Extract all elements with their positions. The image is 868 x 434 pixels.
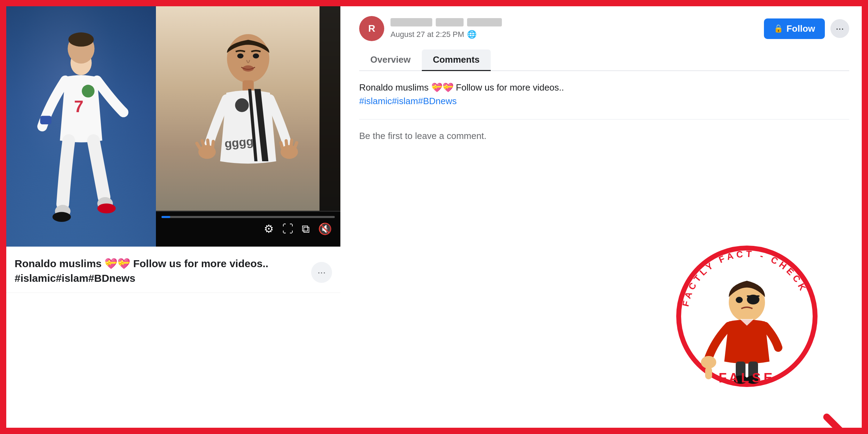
post-time: August 27 at 2:25 PM 🌐: [390, 30, 758, 39]
more-actions-button[interactable]: ···: [830, 19, 849, 38]
comment-placeholder: Be the first to leave a comment.: [359, 131, 849, 141]
poster-name-row: [390, 18, 758, 26]
video-content: gggg: [156, 6, 340, 211]
video-progress-bar[interactable]: [161, 216, 335, 218]
post-content: Ronaldo muslims 💝💝 Follow us for more vi…: [359, 81, 849, 119]
svg-point-4: [82, 85, 95, 98]
avatar: R: [359, 16, 384, 41]
svg-line-21: [208, 140, 208, 146]
caption-area: Ronaldo muslims 💝💝 Follow us for more vi…: [6, 247, 340, 293]
svg-text:7: 7: [74, 97, 84, 116]
svg-point-12: [253, 54, 259, 59]
header-actions: 🔒 Follow ···: [764, 18, 849, 39]
caption-more-button[interactable]: ···: [311, 262, 332, 283]
volume-icon[interactable]: 🔇: [318, 222, 332, 235]
follow-icon: 🔒: [774, 24, 783, 33]
factly-circle-container: FACTLY FACT - CHECK: [674, 243, 820, 389]
video-overlay[interactable]: gggg: [156, 6, 340, 247]
caption-text: Ronaldo muslims 💝💝 Follow us for more vi…: [15, 256, 332, 286]
svg-line-24: [286, 141, 287, 146]
factly-circle-svg: FACTLY FACT - CHECK: [674, 243, 820, 389]
svg-line-23: [281, 143, 282, 148]
svg-text:gggg: gggg: [224, 134, 254, 150]
follow-button[interactable]: 🔒 Follow: [764, 18, 825, 39]
svg-rect-5: [40, 116, 51, 124]
factly-watermark-wrap: FACTLY FACT - CHECK: [674, 243, 855, 424]
fullscreen-icon[interactable]: ⛶: [282, 223, 293, 235]
svg-line-20: [202, 141, 204, 146]
svg-line-19: [197, 143, 200, 148]
svg-point-11: [237, 54, 244, 59]
video-progress-fill: [161, 216, 170, 218]
svg-point-13: [243, 65, 254, 72]
svg-point-33: [701, 356, 716, 369]
name-bar-3: [467, 18, 502, 26]
svg-line-26: [295, 143, 297, 148]
tabs-row: Overview Comments: [359, 49, 849, 71]
privacy-icon: 🌐: [467, 30, 476, 39]
post-header: R August 27 at 2:25 PM 🌐 🔒 Follow ···: [359, 16, 849, 41]
post-text-line1: Ronaldo muslims 💝💝 Follow us for more vi…: [359, 81, 849, 94]
left-panel: 7: [6, 6, 340, 428]
caption-hashtags: #islamic#islam#BDnews: [15, 272, 135, 284]
tab-overview[interactable]: Overview: [359, 49, 422, 71]
pip-icon[interactable]: ⧉: [302, 223, 310, 235]
video-controls-bar[interactable]: ⚙ ⛶ ⧉ 🔇: [156, 212, 340, 247]
right-panel: R August 27 at 2:25 PM 🌐 🔒 Follow ··· Ov…: [347, 6, 862, 428]
svg-line-22: [213, 141, 213, 147]
svg-line-25: [291, 140, 292, 146]
name-bar-2: [436, 18, 464, 26]
name-bar-1: [390, 18, 432, 26]
ronaldo-portugal-svg: 7: [6, 6, 156, 247]
post-timestamp: August 27 at 2:25 PM: [390, 30, 464, 39]
settings-icon[interactable]: ⚙: [264, 222, 274, 235]
svg-point-8: [53, 212, 71, 222]
image-area: 7: [6, 6, 340, 247]
svg-point-2: [68, 32, 94, 47]
svg-rect-34: [705, 367, 712, 379]
post-meta: August 27 at 2:25 PM 🌐: [390, 18, 758, 39]
magnifier-handle: [822, 412, 862, 428]
svg-point-32: [736, 297, 743, 303]
svg-point-9: [97, 203, 116, 213]
follow-label: Follow: [787, 23, 815, 34]
video-controls-icons: ⚙ ⛶ ⧉ 🔇: [161, 221, 335, 237]
caption-line1: Ronaldo muslims 💝💝 Follow us for more vi…: [15, 258, 268, 269]
ronaldo-portugal-image: 7: [6, 6, 156, 247]
post-hashtags: #islamic#islam#BDnews: [359, 94, 849, 108]
ronaldo-speaking-svg: gggg: [189, 28, 307, 188]
svg-point-15: [235, 99, 248, 112]
svg-text:FALSE: FALSE: [719, 371, 775, 385]
tab-comments[interactable]: Comments: [422, 49, 491, 71]
